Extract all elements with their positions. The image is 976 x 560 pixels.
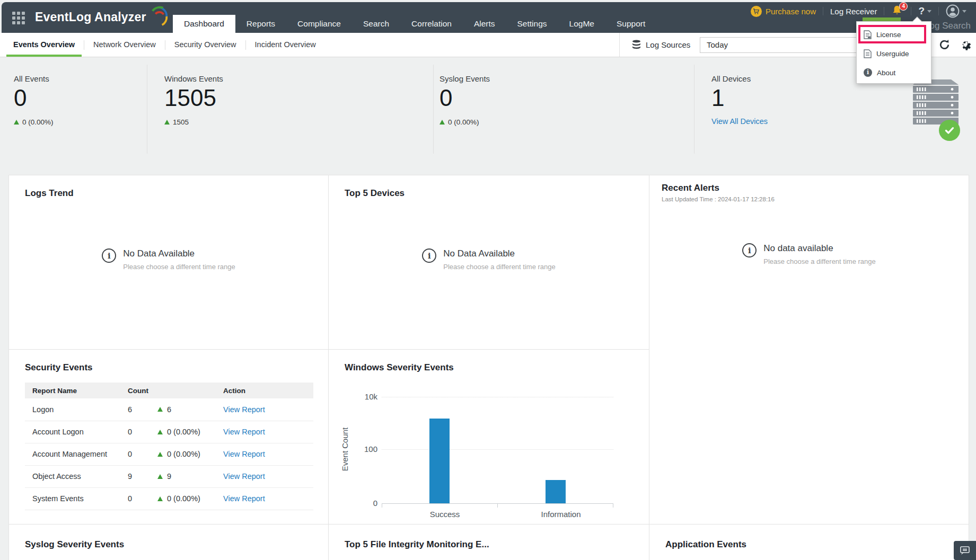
nav-tab-search[interactable]: Search: [352, 15, 400, 33]
up-triangle-icon: [157, 407, 163, 412]
nav-tab-alerts[interactable]: Alerts: [463, 15, 506, 33]
table-row: System Events 0 0 (0.00%) View Report: [25, 487, 313, 510]
security-events-panel: Security Events Report Name Count Action…: [8, 349, 329, 525]
col-report-name: Report Name: [25, 383, 128, 398]
gear-icon[interactable]: [959, 38, 972, 51]
stat-delta: 0 (0.00%): [448, 118, 479, 126]
view-all-devices-link[interactable]: View All Devices: [711, 117, 768, 126]
nav-tab-reports[interactable]: Reports: [235, 15, 286, 33]
x-axis-tick: [613, 503, 613, 508]
up-triangle-icon: [157, 430, 163, 434]
view-report-link[interactable]: View Report: [223, 428, 265, 436]
view-report-link[interactable]: View Report: [223, 472, 265, 481]
report-name: Account Management: [25, 443, 128, 465]
table-row: Account Logon 0 0 (0.00%) View Report: [25, 421, 313, 443]
info-icon: i: [742, 243, 757, 257]
up-triangle-icon: [14, 120, 19, 125]
y-tick-10k: 10k: [348, 392, 377, 401]
panel-title: Top 5 Devices: [345, 188, 405, 199]
nav-tab-settings[interactable]: Settings: [506, 15, 558, 33]
tab-events-overview[interactable]: Events Overview: [4, 33, 84, 57]
report-delta: 0 (0.00%): [167, 428, 200, 436]
syslog-severity-panel: Syslog Severity Events: [8, 524, 329, 560]
tab-security-overview[interactable]: Security Overview: [165, 33, 245, 57]
apps-grid-icon[interactable]: [12, 12, 27, 26]
database-icon: [632, 40, 641, 50]
stat-label: All Devices: [711, 74, 768, 83]
x-axis-tick: [497, 503, 498, 508]
up-triangle-icon: [157, 452, 163, 457]
utility-separator: [823, 7, 823, 15]
security-events-table: Report Name Count Action Logon 6 6 View …: [25, 383, 313, 510]
nav-tab-logme[interactable]: LogMe: [558, 15, 605, 33]
stat-value: 1: [711, 85, 768, 111]
nav-tab-support[interactable]: Support: [605, 15, 656, 33]
refresh-icon[interactable]: [938, 39, 951, 51]
panel-title: Security Events: [25, 362, 93, 373]
tab-network-overview[interactable]: Network Overview: [84, 33, 165, 57]
log-search-label[interactable]: Log Search: [925, 21, 971, 31]
chat-bubble-icon: [959, 545, 971, 556]
bar-information[interactable]: [546, 480, 566, 503]
no-data-subtitle: Please choose a different time range: [763, 257, 876, 265]
view-report-link[interactable]: View Report: [223, 494, 265, 503]
stat-value: 0: [14, 85, 54, 111]
app-header: EventLog Analyzer Dashboard Reports Comp…: [2, 2, 976, 33]
info-icon: i: [864, 68, 872, 77]
info-icon: i: [102, 248, 116, 263]
stat-delta: 1505: [173, 118, 189, 126]
table-header-row: Report Name Count Action: [25, 383, 313, 398]
panel-title: Application Events: [665, 539, 746, 550]
help-menu-button[interactable]: ?: [918, 5, 931, 17]
notifications-button[interactable]: 4: [891, 5, 904, 17]
up-triangle-icon: [157, 474, 163, 479]
dashboard-subnav: Events Overview Network Overview Securit…: [0, 33, 976, 57]
menu-item-label: About: [877, 69, 895, 77]
view-report-link[interactable]: View Report: [223, 450, 265, 458]
no-data-subtitle: Please choose a different time range: [443, 263, 556, 271]
utility-separator: [884, 7, 884, 15]
feedback-button[interactable]: [954, 541, 976, 560]
log-receiver-button[interactable]: Log Receiver: [830, 7, 877, 16]
log-sources-label: Log Sources: [646, 40, 690, 49]
panel-title: Logs Trend: [25, 188, 74, 199]
report-count: 0: [128, 421, 157, 443]
no-data-message: i No Data Available Please choose a diff…: [329, 248, 649, 271]
stat-label: All Events: [14, 74, 54, 83]
user-menu-button[interactable]: [946, 4, 966, 18]
bar-success[interactable]: [429, 419, 450, 503]
nav-tab-correlation[interactable]: Correlation: [400, 15, 463, 33]
last-updated-label: Last Updated Time : 2024-01-17 12:28:16: [662, 196, 775, 202]
table-row: Object Access 9 9 View Report: [25, 465, 313, 487]
stats-divider: [147, 65, 147, 154]
logs-trend-panel: Logs Trend i No Data Available Please ch…: [8, 175, 329, 350]
overview-tabs: Events Overview Network Overview Securit…: [4, 33, 325, 57]
stat-label: Syslog Events: [439, 74, 490, 83]
nav-tab-compliance[interactable]: Compliance: [286, 15, 352, 33]
y-tick-0: 0: [348, 499, 377, 508]
menu-item-userguide[interactable]: Userguide: [857, 44, 931, 63]
purchase-now-button[interactable]: Purchase now: [751, 6, 816, 17]
up-triangle-icon: [439, 120, 445, 125]
stats-divider: [694, 65, 694, 154]
gridline: [382, 397, 613, 397]
avatar-icon: [946, 4, 960, 18]
log-sources-button[interactable]: Log Sources: [627, 33, 696, 57]
up-triangle-icon: [164, 120, 170, 125]
stat-card-windows-events: Windows Events 1505 1505: [164, 74, 223, 126]
report-name: Object Access: [25, 465, 128, 487]
view-report-link[interactable]: View Report: [223, 405, 265, 414]
report-delta: 0 (0.00%): [167, 450, 200, 458]
tab-incident-overview[interactable]: Incident Overview: [246, 33, 325, 57]
application-events-panel: Application Events: [649, 524, 969, 560]
no-data-message: i No data available Please choose a diff…: [649, 243, 969, 265]
x-tick-success: Success: [408, 510, 482, 519]
license-highlight-annotation: [858, 25, 926, 43]
stat-value: 1505: [164, 85, 223, 111]
report-count: 9: [128, 465, 157, 487]
nav-tab-dashboard[interactable]: Dashboard: [173, 15, 235, 33]
no-data-title: No data available: [763, 243, 876, 254]
menu-item-about[interactable]: i About: [857, 63, 931, 82]
device-status-check-icon: [939, 120, 960, 141]
report-delta: 6: [167, 405, 171, 414]
